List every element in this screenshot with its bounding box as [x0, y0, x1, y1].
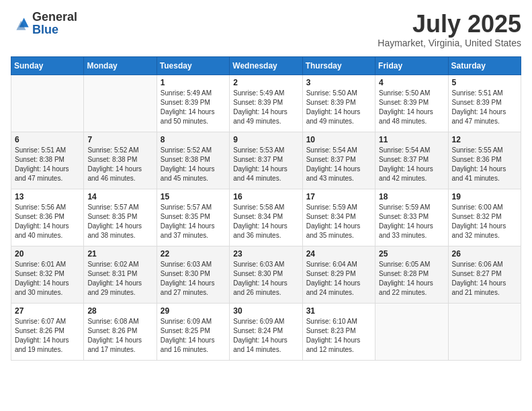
- calendar-cell: 14Sunrise: 5:57 AMSunset: 8:35 PMDayligh…: [84, 189, 157, 246]
- calendar-cell: 23Sunrise: 6:03 AMSunset: 8:30 PMDayligh…: [230, 246, 302, 303]
- day-number: 24: [306, 249, 371, 259]
- day-number: 23: [233, 249, 298, 259]
- day-number: 30: [233, 306, 298, 316]
- calendar-week-row: 13Sunrise: 5:56 AMSunset: 8:36 PMDayligh…: [11, 189, 521, 246]
- calendar-cell: 7Sunrise: 5:52 AMSunset: 8:38 PMDaylight…: [84, 132, 157, 189]
- cell-info: Sunrise: 5:52 AMSunset: 8:38 PMDaylight:…: [161, 146, 226, 183]
- day-number: 10: [306, 135, 371, 144]
- day-number: 8: [161, 135, 226, 144]
- cell-info: Sunrise: 5:57 AMSunset: 8:35 PMDaylight:…: [87, 203, 152, 240]
- day-number: 22: [161, 249, 226, 259]
- cell-info: Sunrise: 5:56 AMSunset: 8:36 PMDaylight:…: [15, 203, 80, 240]
- cell-info: Sunrise: 5:54 AMSunset: 8:37 PMDaylight:…: [306, 146, 371, 183]
- calendar-cell: 24Sunrise: 6:04 AMSunset: 8:29 PMDayligh…: [302, 246, 375, 303]
- day-number: 14: [87, 192, 152, 201]
- cell-info: Sunrise: 6:06 AMSunset: 8:27 PMDaylight:…: [452, 260, 517, 298]
- cell-info: Sunrise: 6:03 AMSunset: 8:30 PMDaylight:…: [233, 260, 298, 298]
- cell-info: Sunrise: 6:01 AMSunset: 8:32 PMDaylight:…: [15, 260, 80, 298]
- calendar-cell: 4Sunrise: 5:50 AMSunset: 8:39 PMDaylight…: [375, 75, 448, 132]
- month-year-title: July 2025: [378, 11, 521, 38]
- logo: General Blue: [11, 11, 77, 36]
- cell-info: Sunrise: 6:02 AMSunset: 8:31 PMDaylight:…: [87, 260, 152, 298]
- day-number: 21: [87, 249, 152, 259]
- calendar-cell: 25Sunrise: 6:05 AMSunset: 8:28 PMDayligh…: [375, 246, 448, 303]
- calendar-cell: 18Sunrise: 5:59 AMSunset: 8:33 PMDayligh…: [375, 189, 448, 246]
- cell-info: Sunrise: 5:57 AMSunset: 8:35 PMDaylight:…: [161, 203, 226, 240]
- calendar-cell: 8Sunrise: 5:52 AMSunset: 8:38 PMDaylight…: [157, 132, 229, 189]
- day-number: 15: [161, 192, 226, 201]
- calendar-header-friday: Friday: [375, 56, 448, 75]
- cell-info: Sunrise: 5:51 AMSunset: 8:38 PMDaylight:…: [15, 146, 80, 183]
- day-number: 1: [161, 78, 226, 87]
- calendar-cell: 9Sunrise: 5:53 AMSunset: 8:37 PMDaylight…: [230, 132, 302, 189]
- calendar-header-monday: Monday: [84, 56, 157, 75]
- day-number: 5: [452, 78, 517, 87]
- title-section: July 2025 Haymarket, Virginia, United St…: [378, 11, 521, 48]
- calendar-cell: 1Sunrise: 5:49 AMSunset: 8:39 PMDaylight…: [157, 75, 229, 132]
- calendar-cell: 21Sunrise: 6:02 AMSunset: 8:31 PMDayligh…: [84, 246, 157, 303]
- calendar-cell: 19Sunrise: 6:00 AMSunset: 8:32 PMDayligh…: [448, 189, 521, 246]
- cell-info: Sunrise: 6:05 AMSunset: 8:28 PMDaylight:…: [379, 260, 444, 298]
- day-number: 17: [306, 192, 371, 201]
- day-number: 31: [306, 306, 371, 316]
- calendar-cell: 10Sunrise: 5:54 AMSunset: 8:37 PMDayligh…: [302, 132, 375, 189]
- calendar-cell: 30Sunrise: 6:09 AMSunset: 8:24 PMDayligh…: [230, 303, 302, 360]
- calendar-cell: 12Sunrise: 5:55 AMSunset: 8:36 PMDayligh…: [448, 132, 521, 189]
- day-number: 20: [15, 249, 80, 259]
- day-number: 9: [233, 135, 298, 144]
- calendar-cell: 28Sunrise: 6:08 AMSunset: 8:26 PMDayligh…: [84, 303, 157, 360]
- cell-info: Sunrise: 6:03 AMSunset: 8:30 PMDaylight:…: [161, 260, 226, 298]
- cell-info: Sunrise: 5:49 AMSunset: 8:39 PMDaylight:…: [161, 89, 226, 126]
- calendar-cell: 20Sunrise: 6:01 AMSunset: 8:32 PMDayligh…: [11, 246, 84, 303]
- cell-info: Sunrise: 6:10 AMSunset: 8:23 PMDaylight:…: [306, 317, 371, 355]
- day-number: 29: [161, 306, 226, 316]
- calendar-cell: 16Sunrise: 5:58 AMSunset: 8:34 PMDayligh…: [230, 189, 302, 246]
- cell-info: Sunrise: 6:07 AMSunset: 8:26 PMDaylight:…: [15, 317, 80, 355]
- cell-info: Sunrise: 5:50 AMSunset: 8:39 PMDaylight:…: [306, 89, 371, 126]
- cell-info: Sunrise: 6:09 AMSunset: 8:24 PMDaylight:…: [233, 317, 298, 355]
- logo-icon: [11, 14, 30, 33]
- cell-info: Sunrise: 5:51 AMSunset: 8:39 PMDaylight:…: [452, 89, 517, 126]
- calendar-header-wednesday: Wednesday: [230, 56, 302, 75]
- calendar-week-row: 6Sunrise: 5:51 AMSunset: 8:38 PMDaylight…: [11, 132, 521, 189]
- calendar-header-sunday: Sunday: [11, 56, 84, 75]
- calendar-header-thursday: Thursday: [302, 56, 375, 75]
- cell-info: Sunrise: 5:53 AMSunset: 8:37 PMDaylight:…: [233, 146, 298, 183]
- day-number: 28: [87, 306, 152, 316]
- calendar-week-row: 20Sunrise: 6:01 AMSunset: 8:32 PMDayligh…: [11, 246, 521, 303]
- calendar-cell: 3Sunrise: 5:50 AMSunset: 8:39 PMDaylight…: [302, 75, 375, 132]
- cell-info: Sunrise: 5:50 AMSunset: 8:39 PMDaylight:…: [379, 89, 444, 126]
- calendar-cell: 17Sunrise: 5:59 AMSunset: 8:34 PMDayligh…: [302, 189, 375, 246]
- calendar-cell: 31Sunrise: 6:10 AMSunset: 8:23 PMDayligh…: [302, 303, 375, 360]
- calendar-cell: 15Sunrise: 5:57 AMSunset: 8:35 PMDayligh…: [157, 189, 229, 246]
- logo-blue-text: Blue: [32, 23, 58, 36]
- day-number: 25: [379, 249, 444, 259]
- calendar-cell: 13Sunrise: 5:56 AMSunset: 8:36 PMDayligh…: [11, 189, 84, 246]
- day-number: 19: [452, 192, 517, 201]
- calendar-cell: [448, 303, 521, 360]
- cell-info: Sunrise: 6:00 AMSunset: 8:32 PMDaylight:…: [452, 203, 517, 240]
- day-number: 3: [306, 78, 371, 87]
- calendar-cell: 29Sunrise: 6:09 AMSunset: 8:25 PMDayligh…: [157, 303, 229, 360]
- day-number: 2: [233, 78, 298, 87]
- day-number: 26: [452, 249, 517, 259]
- day-number: 11: [379, 135, 444, 144]
- day-number: 6: [15, 135, 80, 144]
- calendar-cell: [11, 75, 84, 132]
- cell-info: Sunrise: 5:55 AMSunset: 8:36 PMDaylight:…: [452, 146, 517, 183]
- cell-info: Sunrise: 6:08 AMSunset: 8:26 PMDaylight:…: [87, 317, 152, 355]
- day-number: 13: [15, 192, 80, 201]
- day-number: 18: [379, 192, 444, 201]
- cell-info: Sunrise: 5:52 AMSunset: 8:38 PMDaylight:…: [87, 146, 152, 183]
- calendar-cell: 2Sunrise: 5:49 AMSunset: 8:39 PMDaylight…: [230, 75, 302, 132]
- calendar-cell: 26Sunrise: 6:06 AMSunset: 8:27 PMDayligh…: [448, 246, 521, 303]
- page-header: General Blue July 2025 Haymarket, Virgin…: [11, 11, 521, 48]
- logo-general-text: General: [32, 10, 77, 24]
- day-number: 4: [379, 78, 444, 87]
- day-number: 12: [452, 135, 517, 144]
- cell-info: Sunrise: 5:58 AMSunset: 8:34 PMDaylight:…: [233, 203, 298, 240]
- calendar-header-tuesday: Tuesday: [157, 56, 229, 75]
- cell-info: Sunrise: 5:59 AMSunset: 8:33 PMDaylight:…: [379, 203, 444, 240]
- day-number: 7: [87, 135, 152, 144]
- calendar-header-row: SundayMondayTuesdayWednesdayThursdayFrid…: [11, 56, 521, 75]
